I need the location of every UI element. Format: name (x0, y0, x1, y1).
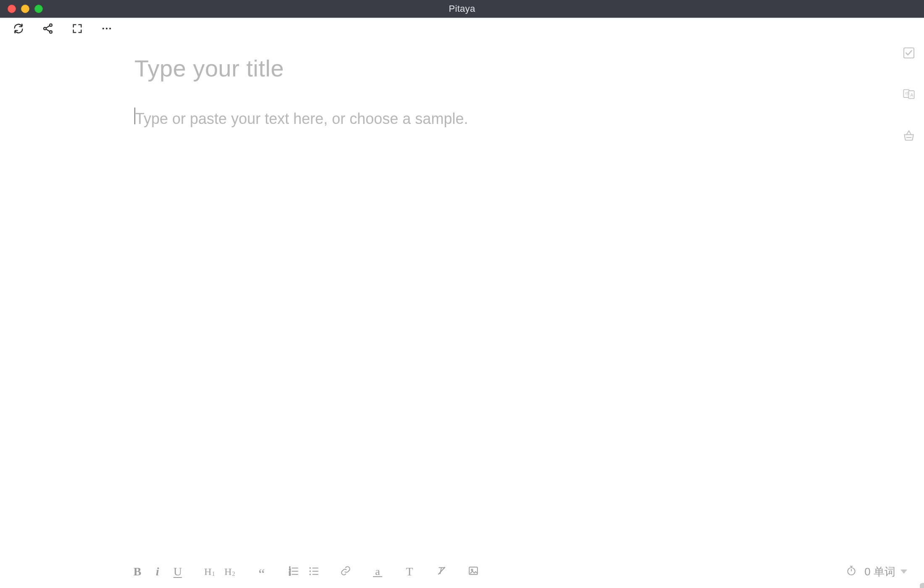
scroll-corner (920, 583, 924, 588)
window-title: Pitaya (0, 3, 924, 14)
timer-button[interactable] (846, 564, 857, 579)
link-group (339, 564, 353, 579)
italic-button[interactable]: i (150, 564, 165, 579)
stopwatch-icon (846, 565, 857, 579)
svg-rect-6 (904, 48, 914, 58)
svg-text:中: 中 (905, 91, 910, 96)
top-toolbar (0, 18, 924, 41)
h2-button[interactable]: H2 (223, 564, 237, 579)
basket-icon (902, 129, 916, 144)
insert-group (466, 564, 480, 579)
unordered-list-icon (308, 565, 319, 578)
body-input[interactable] (134, 106, 815, 131)
underline-icon: U (173, 566, 182, 578)
lettercase-icon: a (375, 566, 380, 577)
svg-text:3: 3 (289, 572, 291, 576)
italic-icon: i (156, 566, 159, 578)
close-window-button[interactable] (8, 5, 16, 13)
format-toolbar: B i U H1 H2 “ 123 a T (0, 555, 924, 588)
more-button[interactable] (100, 23, 113, 36)
word-count-button[interactable]: 0 单词 (864, 564, 907, 579)
clear-group (434, 564, 449, 579)
clear-format-button[interactable] (434, 564, 449, 579)
refresh-button[interactable] (12, 23, 25, 36)
svg-point-19 (310, 570, 311, 572)
expand-button[interactable] (71, 23, 84, 36)
editor-area (134, 55, 815, 538)
svg-point-17 (310, 567, 311, 569)
text-icon: T (406, 566, 413, 578)
title-input[interactable] (134, 55, 815, 82)
blockquote-button[interactable]: “ (255, 564, 269, 579)
text-type-group: T (402, 564, 417, 579)
ordered-list-icon: 123 (288, 565, 299, 578)
text-style-group: B i U (130, 564, 185, 579)
bold-icon: B (134, 566, 142, 578)
traffic-lights (0, 5, 43, 13)
grammar-check-button[interactable] (901, 46, 916, 61)
svg-point-26 (848, 567, 855, 575)
case-group: a (370, 564, 385, 579)
h1-icon: H1 (204, 566, 215, 578)
share-button[interactable] (41, 23, 55, 36)
translate-button[interactable]: 中A (901, 87, 916, 102)
link-button[interactable] (339, 564, 353, 579)
h2-icon: H2 (224, 566, 235, 578)
basket-button[interactable] (901, 129, 916, 144)
share-icon (42, 23, 54, 36)
link-icon (340, 565, 351, 578)
status-area: 0 单词 (846, 564, 907, 579)
refresh-icon (13, 23, 24, 36)
titlebar: Pitaya (0, 0, 924, 18)
svg-point-3 (102, 27, 104, 29)
clear-format-icon (436, 565, 447, 578)
svg-point-25 (471, 569, 472, 570)
underline-button[interactable]: U (171, 564, 185, 579)
svg-point-5 (109, 27, 111, 29)
svg-text:A: A (910, 92, 914, 97)
heading-group: H1 H2 (202, 564, 237, 579)
ordered-list-button[interactable]: 123 (286, 564, 301, 579)
unordered-list-button[interactable] (307, 564, 321, 579)
text-style-button[interactable]: T (402, 564, 417, 579)
side-panel: 中A (901, 46, 916, 144)
word-count-label: 0 单词 (864, 564, 895, 579)
more-icon (101, 23, 113, 36)
svg-point-21 (310, 574, 311, 575)
fullscreen-window-button[interactable] (34, 5, 43, 13)
chevron-down-icon (900, 570, 907, 574)
image-icon (468, 565, 479, 578)
image-button[interactable] (466, 564, 480, 579)
lettercase-button[interactable]: a (370, 564, 385, 579)
check-icon (902, 46, 916, 61)
minimize-window-button[interactable] (21, 5, 29, 13)
text-cursor (134, 108, 135, 124)
expand-icon (71, 23, 83, 36)
bold-button[interactable]: B (130, 564, 144, 579)
h1-button[interactable]: H1 (202, 564, 217, 579)
svg-point-4 (106, 27, 108, 29)
translate-icon: 中A (902, 87, 916, 102)
quote-icon: “ (258, 567, 265, 581)
list-group: 123 (286, 564, 321, 579)
quote-group: “ (255, 564, 269, 579)
